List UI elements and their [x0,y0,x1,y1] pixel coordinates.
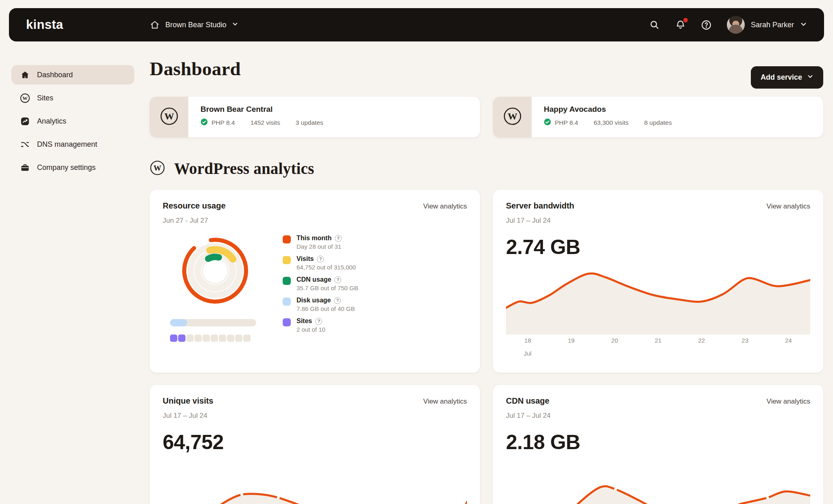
x-axis-tick: 20 [611,337,618,344]
help-icon[interactable] [317,256,324,263]
site-icon-panel: W [493,97,532,137]
site-card-body: Brown Bear Central PHP 8.4 1452 visits 3… [188,97,336,137]
legend-item-this-month: This month Day 28 out of 31 [283,235,358,250]
legend-item-visits: Visits 64,752 out of 315,000 [283,255,358,271]
svg-text:W: W [508,111,517,122]
help-icon[interactable] [701,19,712,30]
svg-text:W: W [22,95,28,101]
legend-sub: 35.7 GB out of 750 GB [297,285,358,291]
chevron-down-icon [807,73,813,82]
site-slot-free [219,335,226,342]
updates-count: 8 updates [644,119,672,126]
help-icon[interactable] [335,235,342,242]
search-icon[interactable] [649,19,660,30]
x-axis-tick: 22 [698,337,705,344]
site-slot-used [178,335,185,342]
legend-label: Visits [297,255,314,263]
php-version-label: PHP 8.4 [555,119,578,126]
briefcase-icon [20,162,30,173]
x-axis-tick: 24 [785,337,792,344]
add-service-button[interactable]: Add service [751,66,823,89]
legend-label: CDN usage [297,276,331,283]
avatar [727,16,745,34]
kinsta-logo: kinsta [26,17,63,32]
date-range: Jun 27 - Jul 27 [163,217,467,225]
analytics-chart-icon [20,116,30,126]
server-bandwidth-chart [506,269,810,335]
sidebar-item-dashboard[interactable]: Dashboard [11,65,134,85]
site-card-happy-avocados[interactable]: W Happy Avocados PHP 8.4 63,300 visits [493,97,823,137]
svg-text:W: W [164,111,174,122]
view-analytics-link[interactable]: View analytics [767,202,810,211]
wordpress-icon: W [20,93,30,103]
help-icon[interactable] [334,297,341,304]
site-cards-row: W Brown Bear Central PHP 8.4 1452 visits [150,97,823,137]
x-axis-tick: 18 [524,337,531,344]
legend-item-sites: Sites 2 out of 10 [283,317,358,333]
cdn-usage-value: 2.18 GB [506,430,810,454]
legend-item-disk-usage: Disk usage 7.86 GB out of 40 GB [283,297,358,312]
disk-usage-bar [170,319,256,326]
section-title: WordPress analytics [174,159,314,178]
visits-count: 1452 visits [250,119,280,126]
dns-route-icon [20,139,30,150]
updates-count: 3 updates [296,119,323,126]
legend-sub: 2 out of 10 [297,326,325,333]
unique-visits-card: Unique visits View analytics Jul 17 – Ju… [150,385,480,504]
company-name: Brown Bear Studio [165,21,226,29]
kinsta-dashboard: kinsta Brown Bear Studio Sara [0,0,833,504]
visits-count: 63,300 visits [593,119,628,126]
legend-swatch [283,235,291,243]
status-check-icon [201,118,208,127]
legend-sub: 64,752 out of 315,000 [297,264,356,271]
home-icon [149,20,160,30]
sidebar-item-analytics[interactable]: Analytics [11,111,134,131]
help-icon[interactable] [315,318,322,325]
site-name: Brown Bear Central [201,105,323,114]
bandwidth-x-axis-month: Jul [506,350,810,359]
sidebar-item-sites[interactable]: W Sites [11,88,134,108]
legend-sub: Day 28 out of 31 [297,243,342,250]
view-analytics-link[interactable]: View analytics [423,202,467,211]
site-slot-free [243,335,251,342]
sidebar-item-label: Company settings [37,163,96,172]
site-slot-free [186,335,194,342]
user-menu[interactable]: Sarah Parker [727,16,807,34]
svg-text:W: W [154,163,161,172]
view-analytics-link[interactable]: View analytics [423,398,467,406]
page-header: Dashboard Add service [150,49,823,89]
sidebar-item-label: Analytics [37,117,66,126]
site-meta: PHP 8.4 63,300 visits 8 updates [544,118,672,127]
site-slot-free [203,335,210,342]
site-meta: PHP 8.4 1452 visits 3 updates [201,118,323,127]
sidebar-item-company-settings[interactable]: Company settings [11,158,134,177]
site-icon-panel: W [150,97,188,137]
chevron-down-icon [800,21,807,29]
add-service-label: Add service [761,73,802,82]
status-check-icon [544,118,551,127]
view-analytics-link[interactable]: View analytics [767,398,810,406]
sidebar-item-dns[interactable]: DNS management [11,135,134,154]
site-slot-free [227,335,234,342]
notifications-bell-icon[interactable] [675,19,686,30]
cdn-usage-card: CDN usage View analytics Jul 17 – Jul 24… [493,385,823,504]
sites-usage-squares [170,335,264,342]
legend-label: Disk usage [297,297,331,304]
help-icon[interactable] [334,276,341,283]
company-switcher[interactable]: Brown Bear Studio [149,20,238,30]
x-axis-tick: 23 [741,337,748,344]
wordpress-icon: W [503,106,522,128]
wordpress-icon: W [159,106,179,128]
date-range: Jul 17 – Jul 24 [506,217,810,225]
legend-swatch [283,298,291,306]
card-title: Server bandwidth [506,201,574,211]
card-title: CDN usage [506,396,550,406]
site-slot-free [211,335,218,342]
site-slot-free [194,335,202,342]
site-slot-used [170,335,177,342]
wordpress-analytics-section-header: W WordPress analytics [150,159,823,178]
date-range: Jul 17 – Jul 24 [506,412,810,420]
site-card-brown-bear-central[interactable]: W Brown Bear Central PHP 8.4 1452 visits [150,97,480,137]
sidebar-item-label: Sites [37,94,53,102]
sidebar: Dashboard W Sites Analytics DNS manageme… [11,65,134,181]
